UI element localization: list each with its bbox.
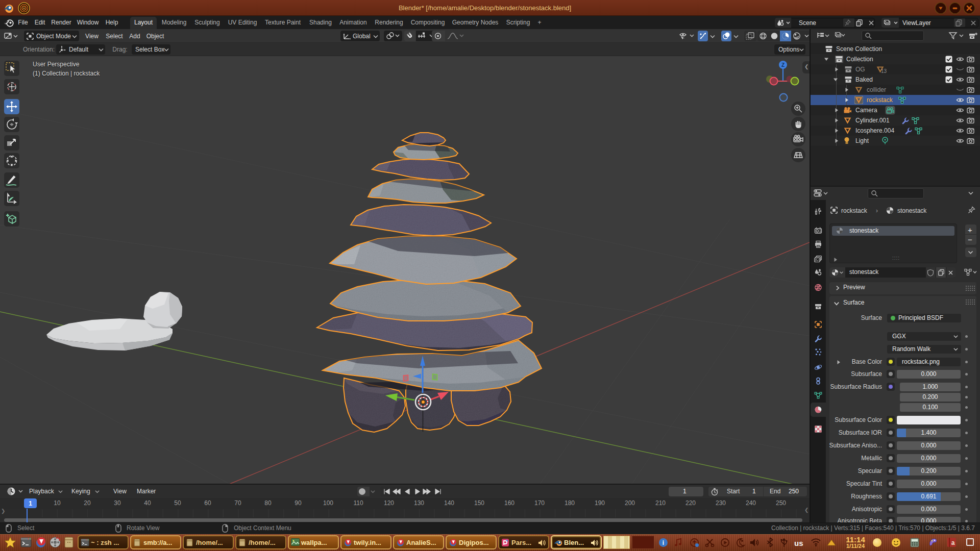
svg-text:a: a [951,539,955,546]
svg-text:Z: Z [781,62,785,68]
svg-text:i: i [663,539,664,546]
